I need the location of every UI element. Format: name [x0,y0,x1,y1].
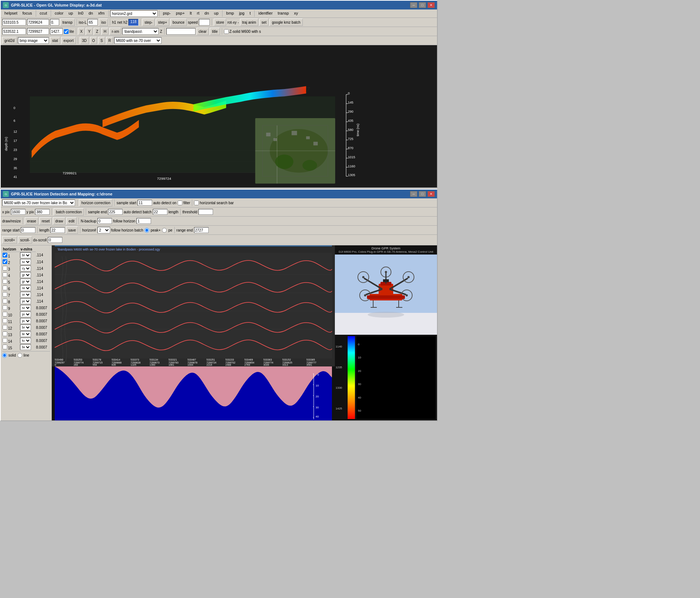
reset-btn[interactable]: reset [39,217,52,225]
line-radio[interactable] [18,353,22,358]
menu-google-kmz[interactable]: xy [292,10,300,17]
horizon-color-11[interactable]: purple [20,318,31,324]
menu-rt[interactable]: rt [195,10,202,17]
O-btn[interactable]: O [90,37,97,44]
model-select-w1[interactable]: M600 with se-70 over [114,37,162,44]
horizon-check-3[interactable] [3,266,7,271]
menu-identfier[interactable]: identfier [256,10,275,17]
edit-btn[interactable]: edit [66,217,77,225]
Z-btn[interactable]: Z [94,28,100,35]
auto-detect-batch-input[interactable] [153,209,167,215]
horizon-color-15[interactable]: beige [20,344,31,350]
grid2d-btn[interactable]: grid2d [2,37,17,44]
length-val-input[interactable] [50,227,65,233]
horizon-check-7[interactable] [3,292,7,297]
lite-checkbox[interactable] [64,29,69,34]
horizon-color-5[interactable]: green [20,279,31,284]
horizon-check-15[interactable] [3,345,7,349]
menu-ccut[interactable]: ccut [38,10,49,17]
model-select-w2[interactable]: M600 with se-70 over frozen lake in Bo [2,199,75,206]
auto-detect-check[interactable] [178,201,182,205]
traj-anim-btn[interactable]: traj anim [240,19,258,26]
set-btn[interactable]: set [259,19,268,26]
Y-btn[interactable]: Y [86,28,93,35]
H-btn[interactable]: H [101,28,108,35]
coord4-input[interactable] [2,28,26,35]
store-btn[interactable]: store [214,19,226,26]
menu-dn2[interactable]: dn [202,10,211,17]
bounce-btn[interactable]: bounce [170,19,187,26]
sample-end-input[interactable] [108,209,123,215]
bmp-image-select[interactable]: bmp image [18,37,49,44]
step-plus-btn[interactable]: step+ [156,19,169,26]
horiz-search-check[interactable] [194,201,199,205]
horizon-check-11[interactable] [3,318,7,323]
scroll-minus-btn[interactable]: scroll- [18,236,32,244]
horizon-check-12[interactable] [3,325,7,330]
horizon-color-4[interactable]: gray [20,272,31,278]
save-btn[interactable]: save [66,226,78,234]
menu-lt[interactable]: lt [187,10,194,17]
x-pix-input[interactable] [11,209,26,215]
horizon-check-6[interactable] [3,286,7,290]
scroll-plus-btn[interactable]: scroll+ [2,236,17,244]
menu-jpg[interactable]: jpg [237,10,247,17]
coord1-input[interactable] [2,19,26,26]
coord3-input[interactable] [50,19,59,26]
horizon-check-5[interactable] [3,279,7,284]
horizon-correction-btn[interactable]: horizon correction [79,199,112,206]
slider-input[interactable] [166,28,196,35]
menu-up[interactable]: up [66,10,75,17]
sample-start-input[interactable] [138,200,152,206]
horizon-num-select[interactable]: 2 1 3 [97,227,110,233]
horizon-color-6[interactable]: red [20,285,31,291]
batch-correction-btn[interactable]: batch correction [54,208,84,215]
menu-psp-[interactable]: psp- [161,10,173,17]
horizon-color-1[interactable]: blue [20,252,31,258]
threshold-input[interactable] [198,209,213,215]
horizon-check-14[interactable] [3,338,7,343]
y-pix-input[interactable] [35,209,50,215]
menu-make-animation[interactable]: transp [275,10,291,17]
minimize-btn-w1[interactable]: ─ [410,2,417,8]
bandpass-select[interactable]: \bandpass\ [122,28,159,35]
z-solid-checkbox[interactable] [224,29,229,34]
horizon-check-1[interactable] [3,253,7,257]
horizon-color-3[interactable]: cyan [20,265,31,271]
S-btn[interactable]: S [98,37,105,44]
peak-minus-radio[interactable] [162,228,167,233]
menu-xfm[interactable]: xfm [96,10,107,17]
horizon-color-12[interactable]: brown [20,325,31,330]
menu-bmp[interactable]: bmp [224,10,236,17]
transp-btn[interactable]: transp [60,19,75,26]
speed-input[interactable] [199,19,210,26]
export-btn[interactable]: export [61,37,76,44]
r-xm-btn[interactable]: r-xm [109,28,121,35]
draw-btn[interactable]: draw [53,217,65,225]
minimize-btn-w2[interactable]: ─ [410,191,417,197]
maximize-btn-w1[interactable]: □ [419,2,426,8]
X-btn[interactable]: X [78,28,85,35]
menu-dn[interactable]: dn [86,10,95,17]
horizon-color-9[interactable]: salmon [20,305,31,311]
horizon-check-9[interactable] [3,305,7,310]
google-kmz-batch-btn[interactable]: google kmz batch [270,19,302,26]
horizon-color-10[interactable]: pink [20,311,31,317]
horizon-check-13[interactable] [3,331,7,336]
horizon-check-4[interactable] [3,272,7,277]
horizon-check-2[interactable] [3,259,7,264]
horizon-color-14[interactable]: turquoise [20,338,31,343]
menu-helpset[interactable]: helpset [2,10,19,17]
iso-btn[interactable]: iso [99,19,108,26]
close-btn-w2[interactable]: ✕ [428,191,435,197]
coord2-input[interactable] [27,19,49,26]
waveform-area[interactable]: \bandpass M600 with se-70 over frozen la… [52,245,335,366]
n-backup-input[interactable] [97,218,112,224]
horizon-check-8[interactable] [3,299,7,303]
viewport-3d[interactable]: 7299921 7299724 0 6 12 17 23 29 35 41 de… [1,45,437,187]
menu-up2[interactable]: up [212,10,221,17]
horizon-color-8[interactable]: yellow [20,298,31,304]
range-start-input[interactable] [21,227,35,233]
dx-scroll-input[interactable] [48,237,62,243]
erase-btn[interactable]: erase [25,217,38,225]
